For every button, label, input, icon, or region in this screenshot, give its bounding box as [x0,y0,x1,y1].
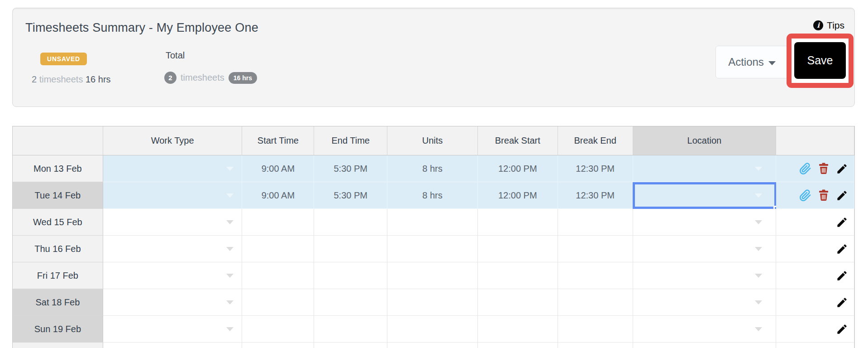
column-header-end-time: End Time [314,126,387,155]
start-time-cell[interactable] [242,316,314,343]
units-cell[interactable] [387,289,478,316]
unsaved-hours: 16 hrs [86,74,111,84]
units-cell[interactable] [387,262,478,289]
break-end-cell[interactable] [558,209,633,236]
break-start-cell[interactable]: 12:00 PM [478,182,558,209]
page-title: Timesheets Summary - My Employee One [25,21,258,35]
start-time-cell[interactable] [242,289,314,316]
trash-icon [818,189,829,201]
day-label: Tue 14 Feb [13,182,103,209]
row-actions-cell [776,262,854,289]
break-start-cell[interactable] [478,262,558,289]
break-end-cell[interactable] [558,316,633,343]
work-type-cell[interactable] [103,182,243,209]
work-type-cell[interactable] [103,155,243,182]
day-label: Mon 13 Feb [13,155,103,182]
table-row-fri: Fri 17 Feb [13,262,854,289]
attachment-button[interactable] [799,163,811,175]
start-time-cell[interactable] [242,209,314,236]
end-time-cell[interactable] [314,289,387,316]
tips-link[interactable]: i Tips [813,20,844,31]
edit-button[interactable] [836,163,848,175]
end-time-cell[interactable] [314,236,387,262]
location-cell[interactable] [633,236,777,262]
break-start-cell[interactable] [478,236,558,262]
units-cell[interactable]: 8 hrs [387,182,478,209]
column-header-break-start: Break Start [478,126,558,155]
table-row-wed: Wed 15 Feb [13,209,854,236]
delete-button[interactable] [818,189,829,201]
status-badge: UNSAVED [40,53,87,65]
pencil-icon [836,243,848,255]
table-row-sat: Sat 18 Feb [13,289,854,316]
pencil-icon [836,270,848,282]
summary-panel: Timesheets Summary - My Employee One i T… [12,8,855,107]
actions-button[interactable]: Actions [715,46,788,78]
row-actions-cell [776,182,854,209]
location-cell-selected[interactable] [633,182,777,209]
break-start-cell[interactable]: 12:00 PM [478,155,558,182]
break-end-cell[interactable] [558,289,633,316]
work-type-cell[interactable] [103,289,243,316]
tips-label: Tips [827,20,844,31]
start-time-cell[interactable] [242,236,314,262]
units-cell[interactable] [387,316,478,343]
start-time-cell[interactable]: 9:00 AM [242,155,314,182]
start-time-cell[interactable] [242,262,314,289]
row-actions-cell [776,289,854,316]
caret-down-icon [768,61,776,65]
end-time-cell[interactable]: 5:30 PM [314,182,387,209]
break-start-cell[interactable] [478,209,558,236]
table-row-thu: Thu 16 Feb [13,236,854,262]
day-label: Sun 19 Feb [13,316,103,343]
day-label: Fri 17 Feb [13,262,103,289]
work-type-cell[interactable] [103,316,243,343]
dropdown-arrow-icon [755,247,762,251]
break-end-cell[interactable]: 12:30 PM [558,182,633,209]
work-type-cell[interactable] [103,262,243,289]
dropdown-arrow-icon [226,247,234,251]
day-label [13,343,103,348]
delete-button[interactable] [818,163,829,174]
attachment-button[interactable] [799,189,811,202]
break-end-cell[interactable] [558,262,633,289]
actions-label: Actions [728,56,764,68]
location-cell[interactable] [633,209,777,236]
end-time-cell[interactable]: 5:30 PM [314,155,387,182]
day-label: Sat 18 Feb [13,289,103,316]
edit-button[interactable] [836,189,848,202]
break-end-cell[interactable]: 12:30 PM [558,155,633,182]
edit-button[interactable] [836,296,848,309]
pencil-icon [836,189,848,202]
break-start-cell[interactable] [478,316,558,343]
save-button[interactable]: Save [794,42,846,79]
location-cell[interactable] [633,289,777,316]
row-actions-cell [776,236,854,262]
edit-button[interactable] [836,216,848,228]
dropdown-arrow-icon [226,193,234,198]
end-time-cell[interactable] [314,209,387,236]
edit-button[interactable] [836,243,848,255]
table-row-sun: Sun 19 Feb [13,316,854,343]
row-actions-cell [776,316,854,343]
info-icon: i [813,20,823,30]
break-start-cell[interactable] [478,289,558,316]
location-cell[interactable] [633,262,777,289]
location-cell[interactable] [633,155,777,182]
units-cell[interactable] [387,209,478,236]
work-type-cell[interactable] [103,209,243,236]
end-time-cell[interactable] [314,262,387,289]
dropdown-arrow-icon [226,300,234,304]
units-cell[interactable] [387,236,478,262]
trash-icon [818,163,829,174]
break-end-cell[interactable] [558,236,633,262]
edit-button[interactable] [836,270,848,282]
work-type-cell[interactable] [103,236,243,262]
location-cell[interactable] [633,316,777,343]
edit-button[interactable] [836,323,848,335]
pencil-icon [836,216,848,228]
row-actions-cell [776,155,854,182]
end-time-cell[interactable] [314,316,387,343]
units-cell[interactable]: 8 hrs [387,155,478,182]
start-time-cell[interactable]: 9:00 AM [242,182,314,209]
